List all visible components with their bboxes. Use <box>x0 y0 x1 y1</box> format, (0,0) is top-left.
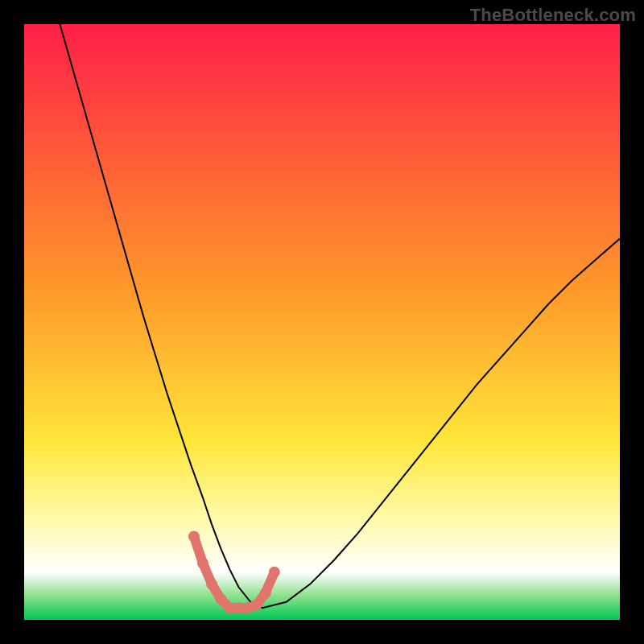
plot-background <box>24 24 620 620</box>
chart-frame: TheBottleneck.com <box>0 0 644 644</box>
minimum-band-dot <box>260 588 271 599</box>
minimum-band-dot <box>215 593 226 605</box>
minimum-band-dot <box>197 558 208 569</box>
minimum-band-dot <box>251 600 262 611</box>
watermark-text: TheBottleneck.com <box>470 5 636 26</box>
minimum-band-dot <box>206 579 217 590</box>
minimum-band-dot <box>188 530 200 542</box>
minimum-band-dot <box>269 567 280 578</box>
bottleneck-chart <box>0 0 644 644</box>
